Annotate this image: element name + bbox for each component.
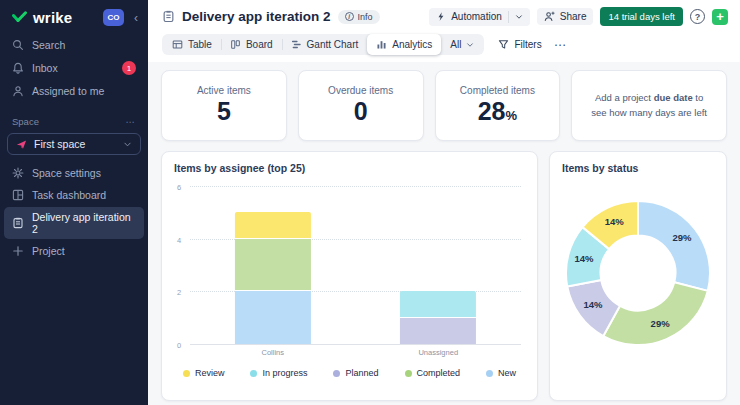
view-switcher: Table Board Gantt Chart Analytics — [162, 34, 484, 55]
tab-board[interactable]: Board — [221, 34, 282, 55]
bar-cell-collins: Collins — [190, 186, 356, 344]
tab-label: Gantt Chart — [307, 39, 359, 50]
add-button[interactable]: + — [712, 9, 728, 25]
filters-label: Filters — [514, 39, 541, 50]
tab-analytics[interactable]: Analytics — [367, 34, 441, 55]
legend-dot-icon — [405, 370, 412, 377]
bell-icon — [12, 62, 24, 74]
chevron-down-icon — [466, 41, 474, 49]
gridline-0: 0 — [190, 344, 521, 345]
info-button[interactable]: i Info — [338, 10, 380, 24]
filters-button[interactable]: Filters — [498, 39, 541, 50]
gantt-icon — [291, 39, 302, 50]
gear-icon — [12, 167, 24, 179]
main-area: Delivery app iteration 2 i Info Automati… — [148, 0, 740, 405]
donut-chart: 29%29%14%14%14% — [563, 198, 713, 348]
collapse-sidebar-icon[interactable]: ‹ — [134, 11, 138, 25]
y-tick-label: 6 — [177, 183, 181, 192]
person-icon — [12, 85, 24, 97]
page-title: Delivery app iteration 2 — [182, 9, 331, 24]
sidebar-item-label: Assigned to me — [32, 85, 104, 97]
share-person-icon — [544, 11, 555, 22]
stat-value: 0 — [354, 97, 368, 126]
trial-days-badge[interactable]: 14 trial days left — [600, 7, 683, 26]
donut-segment-new[interactable] — [638, 201, 710, 291]
space-plane-icon — [16, 139, 27, 150]
info-icon: i — [345, 12, 354, 21]
donut-value-label-review: 14% — [605, 216, 625, 227]
legend-dot-icon — [333, 370, 340, 377]
legend-label: In progress — [262, 368, 307, 378]
legend-item-completed: Completed — [405, 368, 461, 378]
tab-label: Table — [188, 39, 212, 50]
bar-collins[interactable] — [235, 186, 311, 344]
legend-dot-icon — [486, 370, 493, 377]
bar-segment-completed[interactable] — [235, 239, 311, 292]
analytics-bars-icon — [376, 39, 387, 50]
due-date-hint-text: Add a project due date to see how many d… — [587, 91, 711, 120]
tabs-row: Table Board Gantt Chart Analytics — [162, 34, 728, 55]
legend-label: Review — [195, 368, 225, 378]
sidebar-item-search[interactable]: Search — [0, 34, 148, 56]
bar-segment-planned[interactable] — [400, 318, 476, 344]
tab-gantt-chart[interactable]: Gantt Chart — [282, 34, 368, 55]
wrike-app: wrike CO ‹ Search Inbox 1 Assigned to me… — [0, 0, 740, 405]
sidebar-item-inbox[interactable]: Inbox 1 — [0, 56, 148, 80]
stat-value: 5 — [217, 97, 231, 126]
automation-button[interactable]: Automation — [429, 8, 530, 26]
space-menu-icon[interactable]: ⋯ — [126, 116, 137, 127]
plus-icon — [12, 245, 24, 257]
sidebar-item-label: Search — [32, 39, 65, 51]
legend-item-planned: Planned — [333, 368, 378, 378]
tab-label: All — [450, 39, 461, 50]
more-options-icon[interactable]: ⋯ — [554, 38, 567, 52]
space-selector[interactable]: First space — [7, 133, 141, 155]
tab-table[interactable]: Table — [163, 34, 221, 55]
sidebar-item-label: Project — [32, 245, 65, 257]
donut-chart-title: Items by status — [562, 162, 714, 174]
sidebar-item-label: Task dashboard — [32, 189, 106, 201]
bar-unassigned[interactable] — [400, 186, 476, 344]
chevron-down-icon — [515, 13, 523, 21]
x-axis-label-unassigned: Unassigned — [356, 348, 522, 357]
sidebar-item-label: Space settings — [32, 167, 101, 179]
legend-item-in-progress: In progress — [250, 368, 307, 378]
tab-scope-all[interactable]: All — [441, 34, 483, 55]
sidebar-item-delivery-app-iteration-2[interactable]: Delivery app iteration 2 — [4, 207, 144, 239]
topbar-actions: Automation Share 14 trial days left ? + — [429, 7, 728, 26]
bar-segment-new[interactable] — [235, 291, 311, 344]
legend-item-review: Review — [183, 368, 225, 378]
bar-cell-unassigned: Unassigned — [356, 186, 522, 344]
sidebar-item-task-dashboard[interactable]: Task dashboard — [4, 185, 144, 205]
table-icon — [172, 39, 183, 50]
bar-segment-in-progress[interactable] — [400, 291, 476, 317]
legend-label: Planned — [345, 368, 378, 378]
legend-label: New — [498, 368, 516, 378]
y-tick-label: 4 — [177, 235, 181, 244]
funnel-icon — [498, 39, 509, 50]
donut-segment-completed[interactable] — [603, 282, 707, 345]
avatar[interactable]: CO — [103, 9, 124, 26]
legend-item-new: New — [486, 368, 516, 378]
logo-row: wrike CO ‹ — [0, 0, 148, 34]
sidebar-item-assigned-to-me[interactable]: Assigned to me — [0, 80, 148, 102]
donut-value-label-completed: 29% — [651, 318, 671, 329]
share-button[interactable]: Share — [537, 8, 594, 25]
help-button[interactable]: ? — [690, 9, 705, 24]
sidebar-item-space-settings[interactable]: Space settings — [4, 163, 144, 183]
bar-segment-review[interactable] — [235, 212, 311, 238]
sidebar-item-add-project[interactable]: Project — [4, 241, 144, 261]
tab-label: Analytics — [392, 39, 432, 50]
info-label: Info — [358, 12, 373, 22]
automation-label: Automation — [451, 11, 502, 22]
board-icon — [230, 39, 241, 50]
stat-label: Completed items — [460, 85, 535, 96]
topbar: Delivery app iteration 2 i Info Automati… — [148, 0, 740, 62]
y-tick-label: 0 — [177, 341, 181, 350]
y-tick-label: 2 — [177, 288, 181, 297]
wrike-check-icon — [12, 11, 28, 25]
x-axis-label-collins: Collins — [190, 348, 356, 357]
stat-card-completed-items: Completed items 28% — [435, 70, 561, 141]
donut-value-label-new: 29% — [673, 232, 693, 243]
space-section-header: Space ⋯ — [0, 102, 148, 133]
